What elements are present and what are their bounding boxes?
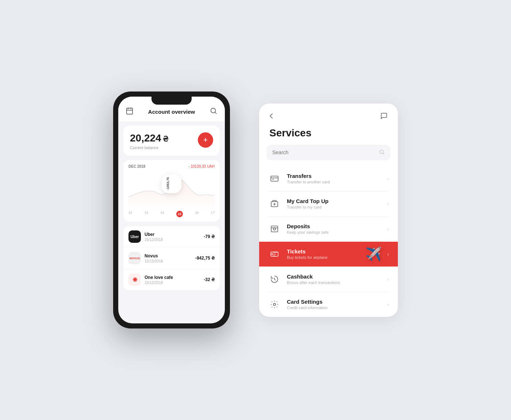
table-row[interactable]: ❋ One love cafe 15/12/2018 -32 ₴ — [123, 269, 220, 290]
tx-name: Novus — [145, 253, 192, 258]
tx-name: One love cafe — [145, 275, 200, 280]
settings-icon — [268, 298, 281, 311]
list-item[interactable]: Deposits Keep your savings safe › — [259, 217, 398, 241]
svg-rect-14 — [271, 226, 278, 232]
services-list: Transfers Transfer to another card › — [259, 166, 398, 317]
search-icon[interactable] — [210, 107, 218, 116]
transfers-icon — [268, 172, 281, 185]
tx-amount: -32 ₴ — [204, 277, 215, 282]
main-container: Account overview 20,224 — [99, 77, 412, 343]
tx-amount: -79 ₴ — [204, 234, 215, 239]
phone-notch — [151, 97, 192, 105]
calendar-icon[interactable] — [126, 107, 134, 116]
svg-line-7 — [383, 153, 384, 154]
chevron-right-icon: › — [387, 176, 389, 182]
chevron-right-icon: › — [387, 276, 389, 282]
service-info: Card Settings Credit card information — [287, 299, 381, 310]
chart-tooltip: -1053,75 — [162, 174, 181, 193]
svg-point-6 — [380, 150, 383, 153]
cafe-logo: ❋ — [128, 273, 141, 286]
service-info: Cashback Bonus after each transactions — [287, 273, 381, 285]
phone-wrapper: Account overview 20,224 — [113, 92, 230, 328]
balance-card: 20,224 ₴ Current balance + — [123, 126, 220, 156]
page-title: Account overview — [148, 109, 195, 115]
back-button[interactable] — [269, 113, 273, 121]
chat-icon[interactable] — [380, 112, 388, 121]
transaction-list: Uber Uber 15/12/2018 -79 ₴ NOVUS Novus — [123, 226, 220, 290]
services-panel: Services — [259, 104, 398, 317]
service-title: Deposits — [287, 223, 381, 229]
list-item[interactable]: My Card Top Up Transfer to my card › — [259, 191, 398, 216]
tx-info: Uber 15/12/2018 — [145, 232, 200, 242]
balance-amount: 20,224 ₴ — [130, 132, 168, 144]
table-row[interactable]: Uber Uber 15/12/2018 -79 ₴ — [123, 226, 220, 248]
service-title: Cashback — [287, 273, 381, 280]
svg-point-4 — [211, 108, 216, 113]
chart-date-12: 12 — [128, 211, 132, 217]
search-input[interactable] — [272, 149, 376, 155]
uber-logo: Uber — [128, 230, 141, 243]
add-button[interactable]: + — [198, 132, 213, 148]
chart-date-14: 14 — [160, 211, 164, 217]
phone-content: 20,224 ₴ Current balance + DEC 2018 - 10… — [118, 121, 225, 323]
chart-date-17: 17 — [211, 211, 215, 217]
service-info: Transfers Transfer to another card — [287, 173, 381, 184]
tx-date: 15/12/2018 — [145, 281, 200, 285]
chart-amount: - 10139,33 UAH — [188, 164, 215, 168]
tx-info: Novus 15/12/2018 — [145, 253, 192, 263]
svg-line-5 — [215, 112, 216, 114]
airplane-decoration: ✈️ — [365, 246, 382, 262]
deposits-icon — [268, 222, 281, 236]
svg-rect-8 — [271, 176, 278, 181]
service-title: Card Settings — [287, 299, 381, 305]
chevron-right-icon: › — [387, 251, 389, 257]
tx-date: 15/12/2018 — [145, 259, 192, 263]
service-title: Transfers — [287, 173, 381, 179]
chart-section: DEC 2018 - 10139,33 UAH — [123, 160, 220, 222]
tickets-icon — [268, 248, 281, 261]
svg-point-15 — [273, 228, 276, 230]
svg-point-19 — [273, 303, 276, 306]
chart-period: DEC 2018 — [128, 164, 145, 168]
service-subtitle: Keep your savings safe — [287, 230, 381, 234]
service-subtitle: Transfer to my card — [287, 205, 381, 209]
search-icon — [379, 149, 385, 156]
chart-date-16: 16 — [195, 211, 199, 217]
svg-rect-0 — [127, 108, 133, 114]
service-info: My Card Top Up Transfer to my card — [287, 198, 381, 209]
list-item[interactable]: Tickets Buy tickets for airplane ✈️ › — [259, 242, 398, 267]
tx-name: Uber — [145, 232, 200, 237]
phone-screen: Account overview 20,224 — [118, 97, 225, 323]
chevron-right-icon: › — [387, 226, 389, 232]
list-item[interactable]: Card Settings Credit card information › — [259, 292, 398, 317]
list-item[interactable]: Transfers Transfer to another card › — [259, 166, 398, 191]
services-title: Services — [259, 127, 398, 145]
table-row[interactable]: NOVUS Novus 15/12/2018 -942,75 ₴ — [123, 248, 220, 269]
service-subtitle: Transfer to another card — [287, 180, 381, 184]
chevron-right-icon: › — [387, 302, 389, 307]
services-header — [259, 104, 398, 127]
tx-amount: -942,75 ₴ — [195, 256, 215, 261]
balance-info: 20,224 ₴ Current balance — [130, 132, 168, 150]
service-info: Deposits Keep your savings safe — [287, 223, 381, 234]
topup-icon — [268, 197, 281, 210]
novus-logo: NOVUS — [128, 252, 141, 264]
service-subtitle: Credit card information — [287, 306, 381, 310]
service-title: My Card Top Up — [287, 198, 381, 204]
chart-area: -1053,75 — [128, 171, 215, 208]
service-subtitle: Bonus after each transactions — [287, 280, 381, 285]
chart-date-15-active[interactable]: 15 — [176, 211, 183, 217]
chart-header: DEC 2018 - 10139,33 UAH — [128, 164, 215, 168]
chart-date-13: 13 — [145, 211, 148, 217]
list-item[interactable]: Cashback Bonus after each transactions › — [259, 267, 398, 292]
chart-tooltip-value: -1053,75 — [166, 177, 170, 190]
chart-dates: 12 13 14 15 16 17 — [128, 211, 215, 217]
cashback-icon — [268, 273, 281, 286]
phone-frame: Account overview 20,224 — [113, 92, 230, 328]
balance-label: Current balance — [130, 145, 168, 150]
tx-date: 15/12/2018 — [145, 238, 200, 242]
services-search[interactable] — [266, 145, 391, 160]
tx-info: One love cafe 15/12/2018 — [145, 275, 200, 285]
chevron-right-icon: › — [387, 201, 389, 207]
